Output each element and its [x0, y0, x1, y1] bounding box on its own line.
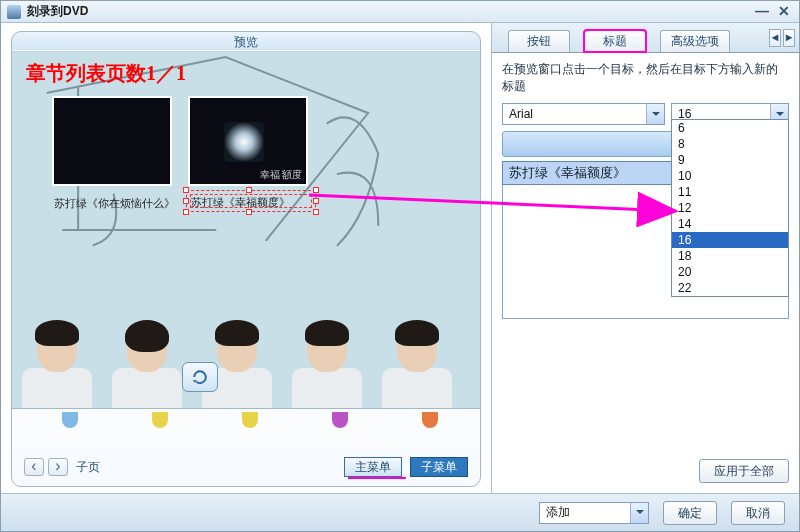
thumb-caption-inset: 幸福 額度 [260, 169, 303, 180]
preview-frame: 预览 章节列表页数1／1 [11, 31, 481, 487]
menu-tab-sub[interactable]: 子菜单 [410, 457, 468, 477]
size-option[interactable]: 20 [672, 264, 788, 280]
bottom-bar: 添加 确定 取消 [1, 493, 799, 531]
font-size-dropdown[interactable]: 6 8 9 10 11 12 14 16 18 20 22 [671, 119, 789, 297]
pager: ‹ › 子页 [24, 458, 104, 476]
annotation-underline [348, 477, 406, 479]
cancel-button[interactable]: 取消 [731, 501, 785, 525]
font-family-combo[interactable]: Arial [502, 103, 665, 125]
chapter-caption-1[interactable]: 苏打绿《你在烦恼什么》 [54, 196, 175, 211]
add-label: 添加 [540, 504, 630, 521]
resize-handle[interactable] [183, 209, 189, 215]
preview-footer: ‹ › 子页 主菜单 子菜单 [12, 448, 480, 486]
resize-handle[interactable] [246, 209, 252, 215]
pager-prev[interactable]: ‹ [24, 458, 44, 476]
size-option[interactable]: 6 [672, 120, 788, 136]
menu-tab-main[interactable]: 主菜单 [344, 457, 402, 477]
thumb-glow [224, 122, 264, 162]
properties-panel: 按钮 标题 高级选项 ◂ ▸ 在预览窗口点击一个目标，然后在目标下方输入新的标题… [491, 23, 799, 493]
font-family-value: Arial [503, 107, 646, 121]
selection-outline-inner [190, 194, 312, 208]
body: 预览 章节列表页数1／1 [1, 23, 799, 493]
preview-header: 预览 [12, 32, 480, 52]
size-option[interactable]: 14 [672, 216, 788, 232]
tab-scroll-right[interactable]: ▸ [783, 29, 795, 47]
resize-handle[interactable] [313, 198, 319, 204]
chapter-thumb-1[interactable] [52, 96, 172, 186]
size-option[interactable]: 11 [672, 184, 788, 200]
ok-button[interactable]: 确定 [663, 501, 717, 525]
resize-handle[interactable] [183, 187, 189, 193]
size-option[interactable]: 8 [672, 136, 788, 152]
preview-canvas[interactable]: 章节列表页数1／1 幸福 額度 苏打绿《你在烦恼什么》 苏打绿《幸福额度》 [12, 52, 480, 448]
close-button[interactable]: ✕ [775, 5, 793, 19]
size-option[interactable]: 22 [672, 280, 788, 296]
size-option[interactable]: 12 [672, 200, 788, 216]
back-button[interactable] [182, 362, 218, 392]
minimize-button[interactable]: — [753, 5, 771, 19]
resize-handle[interactable] [246, 187, 252, 193]
chevron-down-icon[interactable] [630, 503, 648, 523]
people-illustration [12, 288, 480, 448]
properties-tabs: 按钮 标题 高级选项 ◂ ▸ [492, 23, 799, 53]
size-option-selected[interactable]: 16 [672, 232, 788, 248]
pager-next[interactable]: › [48, 458, 68, 476]
hint-text: 在预览窗口点击一个目标，然后在目标下方输入新的标题 [492, 53, 799, 103]
apply-all-button[interactable]: 应用于全部 [699, 459, 789, 483]
tab-title[interactable]: 标题 [584, 30, 646, 52]
size-option[interactable]: 18 [672, 248, 788, 264]
resize-handle[interactable] [313, 187, 319, 193]
pager-label: 子页 [72, 459, 104, 476]
app-window: 刻录到DVD — ✕ 预览 [0, 0, 800, 532]
preview-panel: 预览 章节列表页数1／1 [1, 23, 491, 493]
apply-row: 应用于全部 [492, 451, 799, 493]
tab-scroll: ◂ ▸ [769, 29, 795, 47]
app-icon [7, 5, 21, 19]
tab-advanced[interactable]: 高级选项 [660, 30, 730, 52]
add-combo[interactable]: 添加 [539, 502, 649, 524]
table-edge [12, 408, 480, 448]
resize-handle[interactable] [183, 198, 189, 204]
titlebar: 刻录到DVD — ✕ [1, 1, 799, 23]
chevron-down-icon[interactable] [646, 104, 664, 124]
window-title: 刻录到DVD [27, 3, 749, 20]
size-option[interactable]: 10 [672, 168, 788, 184]
resize-handle[interactable] [313, 209, 319, 215]
size-option[interactable]: 9 [672, 152, 788, 168]
undo-icon [190, 368, 210, 386]
chapter-counter-overlay: 章节列表页数1／1 [26, 60, 186, 87]
chapter-thumb-2[interactable]: 幸福 額度 [188, 96, 308, 186]
tab-scroll-left[interactable]: ◂ [769, 29, 781, 47]
tab-buttons[interactable]: 按钮 [508, 30, 570, 52]
